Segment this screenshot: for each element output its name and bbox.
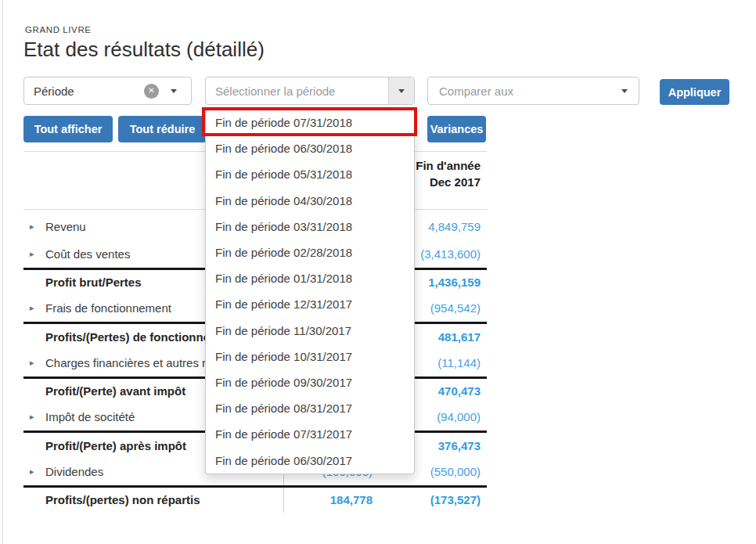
row-label-text: Frais de fonctionnement: [45, 301, 171, 315]
period-dropdown-list: Fin de période 07/31/2018Fin de période …: [205, 109, 415, 474]
dropdown-option[interactable]: Fin de période 05/31/2018: [206, 161, 414, 187]
dropdown-option[interactable]: Fin de période 03/31/2018: [206, 214, 414, 240]
row-label-text: Profit/(Perte) avant impôt: [45, 384, 185, 398]
row-label: Profits/(pertes) non répartis: [23, 488, 283, 513]
expand-all-button[interactable]: Tout afficher: [23, 116, 113, 142]
expand-arrow-icon[interactable]: ▸: [30, 303, 45, 313]
dropdown-option[interactable]: Fin de période 01/31/2018: [206, 265, 414, 291]
dropdown-option[interactable]: Fin de période 02/28/2018: [206, 240, 414, 265]
row-label-text: Impôt de socitété: [45, 410, 135, 423]
combobox-caret-button[interactable]: [388, 77, 414, 104]
row-label-text: Profits/(pertes) non répartis: [45, 493, 200, 506]
select-period-combobox[interactable]: Sélectionner la période: [205, 77, 415, 105]
expand-arrow-icon[interactable]: ▸: [30, 249, 45, 259]
row-label-text: Revenu: [45, 220, 86, 233]
dropdown-option[interactable]: Fin de période 12/31/2017: [206, 291, 414, 317]
expand-arrow-icon[interactable]: ▸: [30, 222, 45, 232]
select-period-placeholder: Sélectionner la période: [215, 85, 414, 98]
dropdown-option[interactable]: Fin de période 06/30/2018: [206, 135, 414, 161]
window-edge-line: [2, 0, 3, 544]
expand-arrow-icon[interactable]: ▸: [30, 412, 45, 422]
row-label-text: Dividendes: [45, 465, 103, 478]
dropdown-option[interactable]: Fin de période 04/30/2018: [206, 188, 414, 214]
page-title: Etat des résultats (détaillé): [23, 38, 265, 62]
expand-arrow-icon[interactable]: ▸: [30, 358, 45, 368]
caret-down-icon: [398, 89, 405, 93]
collapse-all-button[interactable]: Tout réduire: [118, 116, 207, 142]
row-label-text: Profit/(Perte) après impôt: [45, 439, 186, 452]
expand-arrow-icon[interactable]: ▸: [30, 467, 45, 477]
period-filter[interactable]: Période ✕: [23, 77, 192, 105]
dropdown-option[interactable]: Fin de période 06/30/2017: [206, 447, 414, 473]
caret-down-icon[interactable]: [171, 89, 177, 93]
dropdown-option[interactable]: Fin de période 10/31/2017: [206, 344, 414, 369]
breadcrumb: GRAND LIVRE: [25, 25, 92, 34]
dropdown-option[interactable]: Fin de période 08/31/2017: [206, 395, 414, 421]
dropdown-option[interactable]: Fin de période 09/30/2017: [206, 369, 414, 395]
period-filter-value: Période: [34, 85, 144, 98]
apply-button[interactable]: Appliquer: [660, 79, 729, 105]
caret-down-icon: [621, 89, 628, 93]
table-row: Profits/(pertes) non répartis184,778(173…: [23, 485, 487, 513]
compare-to-placeholder: Comparer aux: [439, 85, 621, 98]
row-value-current-period: 184,778: [283, 488, 383, 513]
dropdown-option[interactable]: Fin de période 11/30/2017: [206, 318, 414, 344]
clear-icon[interactable]: ✕: [144, 84, 159, 99]
row-label-text: Profit brut/Pertes: [45, 276, 142, 289]
x-glyph: ✕: [148, 87, 154, 95]
variances-button[interactable]: Variances: [427, 116, 486, 142]
row-label-text: Coût des ventes: [45, 247, 130, 261]
dropdown-option[interactable]: Fin de période 07/31/2018: [206, 110, 414, 135]
row-value-fin-annee: (173,527): [383, 488, 487, 513]
compare-to-combobox[interactable]: Comparer aux: [427, 77, 639, 105]
dropdown-option[interactable]: Fin de période 07/31/2017: [206, 421, 414, 447]
